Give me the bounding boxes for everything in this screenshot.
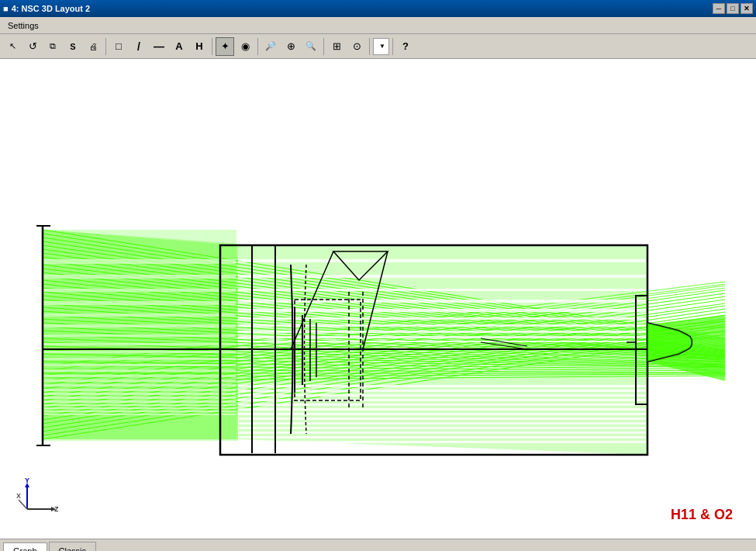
svg-rect-108	[238, 441, 646, 443]
grid-icon: ⊞	[333, 40, 341, 52]
svg-marker-120	[43, 230, 238, 441]
text-h-icon: H	[195, 40, 202, 52]
app-icon: ■	[3, 4, 9, 13]
toolbar-line-button[interactable]: /	[129, 37, 148, 56]
title-bar: ■ 4: NSC 3D Layout 2 ─ □ ✕	[0, 0, 756, 17]
toolbar-sep-5	[369, 38, 370, 55]
toolbar-zoombox-button[interactable]: ⊕	[281, 37, 300, 56]
save-icon: S	[70, 42, 75, 51]
toolbar-text-a-button[interactable]: A	[170, 37, 188, 56]
title-bar-left: ■ 4: NSC 3D Layout 2	[3, 4, 90, 13]
rect-icon: □	[116, 40, 122, 52]
toolbar-zoomin-button[interactable]: 🔎	[261, 37, 280, 56]
svg-rect-94	[238, 336, 646, 338]
arrow-icon: ↖	[9, 41, 16, 51]
toolbar-zoomout-button[interactable]: 🔍	[302, 37, 320, 56]
toolbar-dash-button[interactable]: —	[150, 37, 168, 56]
menu-bar: Settings	[0, 17, 756, 34]
svg-rect-102	[238, 413, 646, 415]
svg-rect-92	[238, 324, 646, 327]
toolbar-copy-button[interactable]: ⧉	[43, 37, 62, 56]
svg-rect-86	[238, 259, 646, 262]
svg-rect-105	[238, 427, 646, 429]
menu-item-settings[interactable]: Settings	[3, 19, 43, 32]
svg-rect-95	[238, 341, 646, 342]
tab-graph[interactable]: Graph	[3, 542, 47, 551]
toolbar-options-button[interactable]: ⊙	[347, 37, 366, 56]
svg-text:Z: Z	[54, 505, 58, 513]
toolbar-sep-1	[105, 38, 106, 55]
svg-text:Y: Y	[25, 476, 29, 484]
dash-icon: —	[154, 40, 164, 53]
copy-icon: ⧉	[50, 41, 56, 51]
toolbar-grid-button[interactable]: ⊞	[327, 37, 346, 56]
tab-classic[interactable]: Classic	[49, 542, 96, 551]
axis-indicator: Y Z X	[16, 476, 54, 515]
pointer-icon: ✦	[221, 40, 230, 52]
toolbar-refresh-button[interactable]: ↺	[23, 37, 42, 56]
toolbar-pointer-button[interactable]: ✦	[216, 37, 234, 56]
toolbar-save-button[interactable]: S	[64, 37, 82, 56]
text-a-icon: A	[175, 40, 182, 52]
svg-rect-91	[238, 317, 646, 320]
restore-button[interactable]: □	[727, 3, 739, 14]
svg-rect-106	[238, 431, 646, 434]
toolbar-sep-2	[212, 38, 212, 55]
toolbar-help-button[interactable]: ?	[396, 37, 415, 56]
toolbar-camera-button[interactable]: ◉	[236, 37, 254, 56]
svg-rect-101	[238, 408, 646, 411]
line-thickness-dropdown[interactable]: ▼	[373, 38, 389, 55]
svg-rect-96	[238, 385, 646, 387]
refresh-icon: ↺	[29, 40, 37, 52]
svg-rect-90	[238, 309, 646, 312]
toolbar-arrow-button[interactable]: ↖	[3, 37, 22, 56]
toolbar-sep-4	[323, 38, 324, 55]
zoomout-icon: 🔍	[306, 41, 316, 51]
zoombox-icon: ⊕	[287, 40, 295, 52]
svg-rect-97	[238, 390, 646, 392]
svg-line-149	[19, 500, 27, 509]
optical-diagram	[0, 59, 756, 539]
toolbar-rect-button[interactable]: □	[109, 37, 128, 56]
line-icon: /	[137, 40, 140, 53]
svg-rect-103	[238, 418, 646, 420]
svg-rect-100	[238, 404, 646, 406]
close-button[interactable]: ✕	[740, 3, 753, 14]
svg-rect-98	[238, 394, 646, 397]
svg-rect-88	[238, 289, 646, 291]
bottom-tab-bar: Graph Classic	[0, 539, 756, 551]
camera-icon: ◉	[241, 40, 250, 52]
toolbar: ↖ ↺ ⧉ S 🖨 □ / — A H ✦ ◉ 🔎	[0, 34, 756, 59]
clock-icon: ⊙	[353, 40, 361, 52]
title-bar-controls: ─ □ ✕	[713, 3, 753, 14]
main-canvas[interactable]: Y Z X H11 & O2	[0, 59, 756, 539]
window-title: 4: NSC 3D Layout 2	[12, 4, 90, 13]
minimize-button[interactable]: ─	[713, 3, 725, 14]
toolbar-print-button[interactable]: 🖨	[84, 37, 102, 56]
dropdown-arrow-icon: ▼	[379, 43, 385, 50]
svg-rect-89	[238, 300, 646, 303]
svg-rect-99	[238, 399, 646, 401]
toolbar-sep-6	[392, 38, 393, 55]
toolbar-sep-3	[257, 38, 258, 55]
help-icon: ?	[402, 40, 409, 52]
svg-rect-87	[238, 275, 646, 278]
svg-rect-107	[238, 436, 646, 438]
toolbar-text-h-button[interactable]: H	[190, 37, 209, 56]
svg-rect-104	[238, 422, 646, 425]
scene-label: H11 & O2	[671, 507, 733, 523]
print-icon: 🖨	[89, 42, 98, 51]
svg-text:X: X	[16, 492, 21, 500]
zoomin-icon: 🔎	[265, 41, 276, 51]
